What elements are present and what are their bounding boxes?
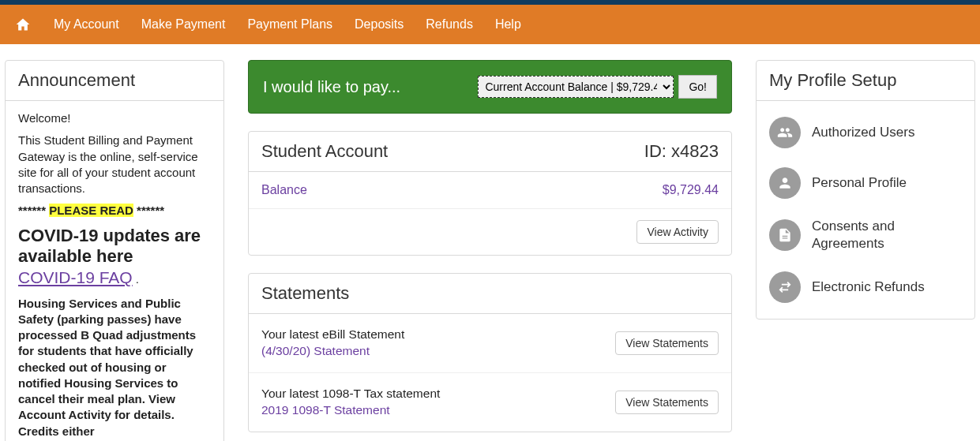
person-icon (769, 167, 801, 199)
balance-row: Balance $9,729.44 (249, 172, 731, 209)
announcement-welcome: Welcome! (18, 110, 211, 126)
statement-row: Your latest eBill Statement (4/30/20) St… (249, 314, 731, 372)
statements-card: Statements Your latest eBill Statement (… (248, 273, 732, 432)
main-nav: My Account Make Payment Payment Plans De… (0, 5, 980, 44)
view-statements-button[interactable]: View Statements (615, 391, 719, 414)
home-icon[interactable] (14, 17, 32, 32)
announcement-card: Announcement Welcome! This Student Billi… (5, 60, 224, 441)
student-account-title: Student Account (261, 141, 388, 162)
profile-erefunds[interactable]: Electronic Refunds (757, 262, 974, 312)
covid-faq-link[interactable]: COVID-19 FAQ (18, 268, 133, 286)
refund-icon (769, 271, 801, 303)
profile-item-label: Electronic Refunds (812, 278, 962, 296)
nav-payment-plans[interactable]: Payment Plans (247, 17, 332, 32)
profile-item-label: Authorized Users (812, 124, 962, 141)
announcement-title: Announcement (6, 61, 223, 101)
covid-heading: COVID-19 updates are available here (18, 226, 211, 267)
statement-link[interactable]: 2019 1098-T Statement (261, 402, 440, 419)
nav-help[interactable]: Help (495, 17, 521, 32)
announcement-intro: This Student Billing and Payment Gateway… (18, 133, 211, 196)
nav-my-account[interactable]: My Account (54, 17, 119, 32)
housing-text: Housing Services and Public Safety (park… (18, 296, 211, 439)
pay-bar-label: I would like to pay... (263, 78, 400, 96)
profile-authorized-users[interactable]: Authorized Users (757, 107, 974, 158)
profile-setup-card: My Profile Setup Authorized Users Person… (756, 60, 975, 320)
student-account-card: Student Account ID: x4823 Balance $9,729… (248, 131, 732, 256)
profile-setup-title: My Profile Setup (757, 61, 974, 101)
users-icon (769, 117, 801, 148)
pay-bar: I would like to pay... Current Account B… (248, 60, 732, 114)
document-icon (769, 219, 801, 251)
go-button[interactable]: Go! (678, 75, 717, 99)
statement-line1: Your latest 1098-T Tax statement (261, 386, 440, 402)
student-id: ID: x4823 (644, 141, 719, 162)
balance-label: Balance (261, 183, 307, 197)
profile-personal[interactable]: Personal Profile (757, 158, 974, 208)
statement-link[interactable]: (4/30/20) Statement (261, 343, 404, 360)
nav-deposits[interactable]: Deposits (355, 17, 404, 32)
statement-line1: Your latest eBill Statement (261, 327, 404, 343)
view-statements-button[interactable]: View Statements (615, 331, 719, 355)
profile-consents[interactable]: Consents and Agreements (757, 208, 974, 262)
profile-item-label: Personal Profile (812, 174, 962, 192)
announcement-please-read: ****** PLEASE READ ****** (18, 203, 211, 219)
nav-refunds[interactable]: Refunds (426, 17, 473, 32)
profile-item-label: Consents and Agreements (812, 218, 962, 252)
balance-value: $9,729.44 (663, 183, 719, 197)
nav-make-payment[interactable]: Make Payment (141, 17, 226, 32)
statements-title: Statements (249, 274, 731, 314)
view-activity-button[interactable]: View Activity (636, 220, 719, 244)
pay-amount-select[interactable]: Current Account Balance | $9,729.44 (478, 76, 674, 98)
statement-row: Your latest 1098-T Tax statement 2019 10… (249, 372, 731, 432)
